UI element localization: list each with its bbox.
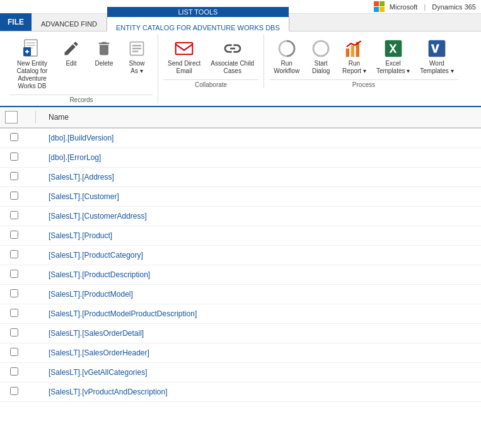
table-row[interactable]: [SalesLT].[CustomerAddress] (0, 207, 481, 226)
run-workflow-label: RunWorkflow (274, 60, 299, 75)
row-checkbox[interactable] (10, 289, 18, 297)
table-row[interactable]: [SalesLT].[vGetAllCategories] (0, 363, 481, 382)
records-group-label: Records (10, 95, 153, 103)
delete-button[interactable]: Delete (88, 35, 120, 71)
svg-rect-6 (25, 51, 29, 52)
row-checkbox[interactable] (10, 367, 18, 376)
entity-name-link[interactable]: [SalesLT].[Customer] (49, 192, 119, 201)
table-row[interactable]: [SalesLT].[ProductModelProductDescriptio… (0, 304, 481, 324)
row-checkbox[interactable] (10, 133, 18, 141)
row-checkbox[interactable] (10, 172, 18, 180)
tab-advanced-find[interactable]: ADVANCED FIND (32, 16, 107, 31)
new-entity-button[interactable]: New Entity Catalog for Adventure Works D… (10, 35, 54, 93)
run-workflow-icon (277, 38, 297, 59)
list-tools-label: LIST TOOLS (107, 7, 289, 17)
table-row[interactable]: [SalesLT].[vProductAndDescription] (0, 382, 481, 402)
column-divider (35, 111, 36, 123)
table-row[interactable]: [SalesLT].[Product] (0, 226, 481, 246)
show-as-button[interactable]: ShowAs ▾ (121, 35, 153, 78)
collaborate-group-label: Collaborate (163, 79, 258, 88)
svg-rect-11 (176, 43, 193, 55)
svg-rect-17 (351, 45, 354, 57)
entity-name-link[interactable]: [dbo].[ErrorLog] (49, 153, 101, 162)
entity-name-link[interactable]: [SalesLT].[vGetAllCategories] (49, 368, 148, 377)
entity-name-link[interactable]: [SalesLT].[ProductModel] (49, 290, 133, 299)
start-dialog-icon (311, 38, 331, 59)
start-dialog-label: StartDialog (312, 60, 330, 75)
show-as-label: ShowAs ▾ (129, 60, 144, 75)
table-row[interactable]: [SalesLT].[ProductModel] (0, 285, 481, 304)
svg-rect-12 (230, 48, 235, 50)
microsoft-label: Microsoft (390, 3, 418, 11)
send-direct-email-button[interactable]: Send DirectEmail (163, 35, 205, 78)
svg-rect-16 (346, 49, 349, 57)
table-row[interactable]: [SalesLT].[Address] (0, 168, 481, 187)
tab-file[interactable]: FILE (0, 13, 32, 31)
collaborate-buttons: Send DirectEmail Associate ChildCases (163, 34, 258, 78)
new-entity-label: New Entity Catalog for Adventure Works D… (14, 60, 50, 90)
records-buttons: New Entity Catalog for Adventure Works D… (10, 34, 153, 93)
tab-entity-catalog[interactable]: LIST TOOLS ENTITY CATALOG FOR ADVENTURE … (107, 16, 289, 32)
excel-icon (383, 38, 403, 59)
row-checkbox[interactable] (10, 309, 18, 317)
row-checkbox[interactable] (10, 192, 18, 200)
row-checkbox[interactable] (10, 231, 18, 239)
row-checkbox[interactable] (10, 387, 18, 395)
excel-templates-button[interactable]: ExcelTemplates ▾ (372, 35, 414, 78)
table-row[interactable]: [SalesLT].[ProductCategory] (0, 246, 481, 265)
word-templates-button[interactable]: WordTemplates ▾ (415, 35, 458, 78)
microsoft-logo: Microsoft | Dynamics 365 (374, 1, 476, 12)
start-dialog-button[interactable]: StartDialog (305, 35, 337, 78)
run-report-label: RunReport ▾ (342, 60, 366, 75)
row-checkbox[interactable] (10, 211, 18, 219)
ribbon-tabs-row: FILE ADVANCED FIND LIST TOOLS ENTITY CAT… (0, 14, 481, 32)
run-report-icon (344, 38, 364, 59)
ribbon-group-records: New Entity Catalog for Adventure Works D… (5, 34, 158, 103)
row-checkbox[interactable] (10, 152, 18, 161)
ms-grid-icon (374, 1, 385, 12)
table-row[interactable]: [dbo].[ErrorLog] (0, 148, 481, 168)
entity-name-link[interactable]: [SalesLT].[Address] (49, 173, 114, 181)
edit-icon (61, 38, 81, 59)
row-checkbox[interactable] (10, 270, 18, 278)
entity-name-link[interactable]: [SalesLT].[ProductCategory] (49, 251, 143, 260)
new-entity-icon (22, 38, 42, 59)
row-checkbox[interactable] (10, 328, 18, 336)
table-row[interactable]: [SalesLT].[SalesOrderHeader] (0, 343, 481, 363)
table-row[interactable]: [dbo].[BuildVersion] (0, 128, 481, 148)
ribbon-group-collaborate: Send DirectEmail Associate ChildCases Co… (158, 34, 264, 88)
entity-name-link[interactable]: [SalesLT].[vProductAndDescription] (49, 388, 168, 396)
select-all-checkbox[interactable] (5, 111, 18, 123)
send-email-label: Send DirectEmail (168, 60, 200, 75)
word-icon (427, 38, 447, 59)
svg-rect-9 (132, 48, 141, 49)
edit-button[interactable]: Edit (55, 35, 87, 71)
entity-name-link[interactable]: [SalesLT].[ProductDescription] (49, 270, 150, 279)
name-column-header: Name (49, 113, 69, 122)
associate-icon (223, 38, 243, 59)
delete-icon (94, 38, 114, 59)
table-row[interactable]: [SalesLT].[Customer] (0, 187, 481, 207)
delete-label: Delete (95, 60, 113, 67)
row-checkbox[interactable] (10, 250, 18, 258)
run-workflow-button[interactable]: RunWorkflow (269, 35, 304, 78)
table-row[interactable]: [SalesLT].[ProductDescription] (0, 265, 481, 285)
associate-child-cases-button[interactable]: Associate ChildCases (206, 35, 258, 78)
entity-name-link[interactable]: [SalesLT].[SalesOrderDetail] (49, 329, 144, 338)
entity-name-link[interactable]: [SalesLT].[CustomerAddress] (49, 212, 147, 221)
entity-name-link[interactable]: [dbo].[BuildVersion] (49, 134, 113, 142)
ribbon: New Entity Catalog for Adventure Works D… (0, 32, 481, 107)
process-group-label: Process (269, 79, 458, 88)
show-as-icon (127, 38, 147, 59)
entity-name-link[interactable]: [SalesLT].[SalesOrderHeader] (49, 348, 149, 357)
entity-name-link[interactable]: [SalesLT].[ProductModelProductDescriptio… (49, 309, 197, 318)
svg-rect-2 (26, 45, 35, 46)
row-checkbox[interactable] (10, 348, 18, 356)
table-row[interactable]: [SalesLT].[SalesOrderDetail] (0, 324, 481, 343)
process-buttons: RunWorkflow StartDialog (269, 34, 458, 78)
associate-label: Associate ChildCases (211, 60, 254, 75)
entity-catalog-tab-label: ENTITY CATALOG FOR ADVENTURE WORKS DBS (116, 24, 280, 32)
entity-name-link[interactable]: [SalesLT].[Product] (49, 231, 112, 240)
run-report-button[interactable]: RunReport ▾ (338, 35, 371, 78)
dynamics-label: Dynamics 365 (432, 3, 476, 11)
